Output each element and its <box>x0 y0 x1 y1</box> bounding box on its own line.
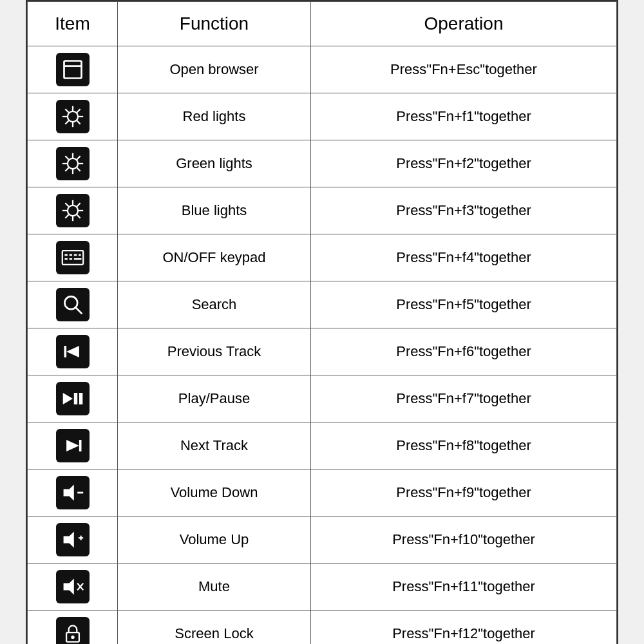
table-row: Screen LockPress"Fn+f12"together <box>28 611 617 645</box>
table-row: ON/OFF keypadPress"Fn+f4"together <box>28 234 617 281</box>
svg-marker-40 <box>66 346 79 357</box>
svg-rect-35 <box>69 258 72 260</box>
svg-marker-46 <box>63 484 73 500</box>
operation-cell-12: Press"Fn+f12"together <box>311 611 617 645</box>
header-row: Item Function Operation <box>28 2 617 46</box>
svg-line-9 <box>77 109 80 112</box>
lights-icon <box>56 147 90 180</box>
function-cell-11: Mute <box>118 564 311 611</box>
operation-cell-8: Press"Fn+f8"together <box>311 422 617 469</box>
mute-icon <box>56 570 90 603</box>
voldown-icon <box>56 476 90 509</box>
header-item: Item <box>28 2 118 46</box>
svg-marker-48 <box>63 531 73 547</box>
function-table: Item Function Operation Open browserPres… <box>27 1 617 644</box>
table-row: Blue lightsPress"Fn+f3"together <box>28 187 617 234</box>
svg-line-7 <box>65 109 68 112</box>
svg-line-8 <box>77 120 80 124</box>
table-row: Green lightsPress"Fn+f2"together <box>28 140 617 187</box>
icon-cell-5 <box>28 281 118 328</box>
svg-marker-45 <box>66 440 79 451</box>
lights-icon <box>56 194 90 227</box>
function-cell-3: Blue lights <box>118 187 311 234</box>
table-row: Volume DownPress"Fn+f9"together <box>28 469 617 516</box>
operation-cell-6: Press"Fn+f6"together <box>311 328 617 375</box>
function-cell-10: Volume Up <box>118 516 311 564</box>
function-cell-2: Green lights <box>118 140 311 187</box>
svg-point-2 <box>67 111 77 122</box>
function-cell-1: Red lights <box>118 93 311 140</box>
svg-line-16 <box>65 156 68 159</box>
svg-line-38 <box>75 308 82 314</box>
svg-rect-43 <box>79 393 82 404</box>
operation-cell-7: Press"Fn+f7"together <box>311 375 617 422</box>
svg-marker-51 <box>63 578 73 594</box>
main-table-wrapper: Item Function Operation Open browserPres… <box>26 0 618 644</box>
function-cell-9: Volume Down <box>118 469 311 516</box>
table-row: Open browserPress"Fn+Esc"together <box>28 46 617 93</box>
icon-cell-7 <box>28 375 118 422</box>
icon-cell-0 <box>28 46 118 93</box>
svg-line-25 <box>65 203 68 206</box>
table-row: SearchPress"Fn+f5"together <box>28 281 617 328</box>
browser-icon <box>56 53 90 86</box>
svg-marker-41 <box>62 393 72 404</box>
operation-cell-0: Press"Fn+Esc"together <box>311 46 617 93</box>
svg-point-37 <box>64 296 77 309</box>
svg-rect-29 <box>62 251 82 265</box>
icon-cell-3 <box>28 187 118 234</box>
function-cell-4: ON/OFF keypad <box>118 234 311 281</box>
svg-line-17 <box>77 167 80 171</box>
icon-cell-2 <box>28 140 118 187</box>
lock-icon <box>56 617 90 644</box>
keypad-icon <box>56 241 90 274</box>
function-cell-6: Previous Track <box>118 328 311 375</box>
prev-icon <box>56 335 90 368</box>
operation-cell-5: Press"Fn+f5"together <box>311 281 617 328</box>
icon-cell-1 <box>28 93 118 140</box>
operation-cell-1: Press"Fn+f1"together <box>311 93 617 140</box>
function-cell-0: Open browser <box>118 46 311 93</box>
svg-line-27 <box>77 203 80 206</box>
table-row: Previous TrackPress"Fn+f6"together <box>28 328 617 375</box>
svg-rect-32 <box>73 254 77 256</box>
function-cell-7: Play/Pause <box>118 375 311 422</box>
icon-cell-11 <box>28 564 118 611</box>
svg-rect-36 <box>73 258 81 260</box>
operation-cell-2: Press"Fn+f2"together <box>311 140 617 187</box>
svg-point-55 <box>71 636 74 639</box>
svg-rect-33 <box>79 254 81 256</box>
table-row: MutePress"Fn+f11"together <box>28 564 617 611</box>
svg-rect-42 <box>73 393 77 404</box>
svg-rect-31 <box>69 254 72 256</box>
playpause-icon <box>56 382 90 415</box>
svg-point-11 <box>67 158 77 169</box>
header-function: Function <box>118 2 311 46</box>
operation-cell-9: Press"Fn+f9"together <box>311 469 617 516</box>
operation-cell-11: Press"Fn+f11"together <box>311 564 617 611</box>
function-cell-5: Search <box>118 281 311 328</box>
operation-cell-10: Press"Fn+f10"together <box>311 516 617 564</box>
svg-line-28 <box>65 214 68 218</box>
icon-cell-12 <box>28 611 118 645</box>
table-row: Play/PausePress"Fn+f7"together <box>28 375 617 422</box>
svg-rect-44 <box>79 440 81 451</box>
operation-cell-3: Press"Fn+f3"together <box>311 187 617 234</box>
table-row: Volume UpPress"Fn+f10"together <box>28 516 617 564</box>
svg-line-18 <box>77 156 80 159</box>
icon-cell-10 <box>28 516 118 564</box>
svg-rect-30 <box>64 254 68 256</box>
operation-cell-4: Press"Fn+f4"together <box>311 234 617 281</box>
icon-cell-9 <box>28 469 118 516</box>
svg-rect-39 <box>64 346 66 357</box>
svg-point-20 <box>67 205 77 216</box>
svg-rect-34 <box>64 258 68 260</box>
svg-line-26 <box>77 214 80 218</box>
svg-line-19 <box>65 167 68 171</box>
next-icon <box>56 429 90 462</box>
icon-cell-6 <box>28 328 118 375</box>
header-operation: Operation <box>311 2 617 46</box>
lights-icon <box>56 100 90 133</box>
icon-cell-4 <box>28 234 118 281</box>
svg-line-10 <box>65 120 68 124</box>
